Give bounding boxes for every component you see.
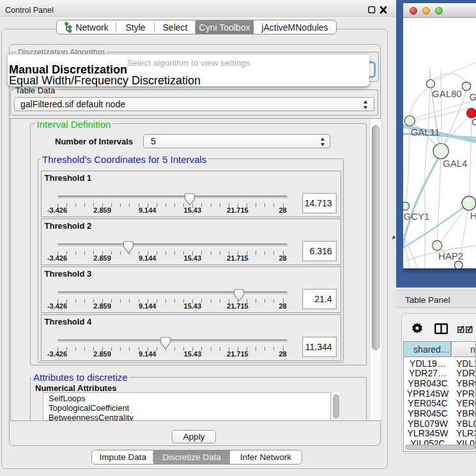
svg-text:C: C xyxy=(472,116,476,127)
svg-text:HAP2: HAP2 xyxy=(438,250,463,261)
svg-text:G.: G. xyxy=(470,91,476,102)
svg-text:GAL11: GAL11 xyxy=(411,127,440,137)
svg-text:GCY1: GCY1 xyxy=(404,211,430,222)
svg-text:GAL80: GAL80 xyxy=(432,88,462,99)
svg-text:GAL4: GAL4 xyxy=(443,158,467,169)
svg-text:H: H xyxy=(470,210,476,221)
